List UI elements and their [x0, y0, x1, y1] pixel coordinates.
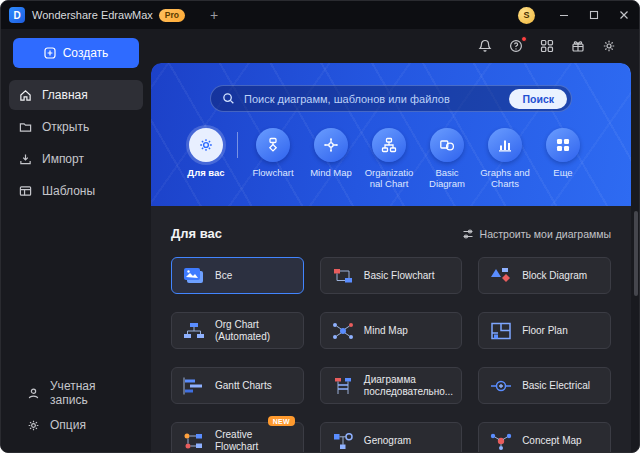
minimize-button[interactable] [549, 1, 579, 29]
basic-flowchart-icon [331, 266, 355, 286]
home-icon [19, 89, 32, 102]
banner: Поиск Для вас Flowchart [151, 63, 631, 206]
card-label: Creative Flowchart [215, 429, 295, 453]
scrollbar-thumb[interactable] [634, 211, 638, 296]
mind-map-icon [314, 128, 348, 162]
sidebar-item-open[interactable]: Открыть [9, 112, 143, 142]
customize-diagrams-button[interactable]: Настроить мои диаграммы [462, 228, 611, 240]
template-card-mind-map[interactable]: Mind Map [320, 312, 462, 349]
template-card-block-diagram[interactable]: Block Diagram [478, 257, 611, 294]
sidebar-item-import[interactable]: Импорт [9, 144, 143, 174]
org-chart-auto-icon [182, 321, 206, 341]
category-basic-diagram[interactable]: Basic Diagram [418, 128, 476, 190]
card-label: Org Chart (Automated) [215, 319, 295, 343]
search-button[interactable]: Поиск [509, 89, 567, 109]
card-label: Genogram [364, 435, 411, 447]
sliders-icon [462, 228, 474, 240]
app-window: D Wondershare EdrawMax Pro + S Создать Г… [0, 0, 640, 453]
search-icon [222, 92, 235, 105]
sidebar-item-account[interactable]: Учетная запись [17, 378, 135, 408]
template-grid: Все Basic Flowchart Block Diagram Org Ch… [151, 257, 631, 452]
sidebar-item-label: Учетная запись [50, 379, 125, 407]
help-icon[interactable] [508, 38, 524, 54]
card-label: Floor Plan [522, 325, 568, 337]
create-button-label: Создать [63, 46, 109, 60]
sidebar: Создать Главная Открыть Импорт Шаблоны У… [1, 29, 151, 452]
category-label: Mind Map [310, 168, 352, 179]
category-row: Для вас Flowchart Mind Map [151, 128, 631, 190]
basic-electrical-icon [489, 376, 513, 396]
template-card-creative-flowchart[interactable]: NEW Creative Flowchart [171, 422, 304, 452]
template-card-org-chart[interactable]: Org Chart (Automated) [171, 312, 304, 349]
card-label: Basic Flowchart [364, 270, 435, 282]
category-label: Organizatio nal Chart [365, 168, 414, 190]
template-card-floor-plan[interactable]: Floor Plan [478, 312, 611, 349]
category-mind-map[interactable]: Mind Map [302, 128, 360, 179]
search-input[interactable] [242, 92, 509, 106]
template-card-concept-map[interactable]: Concept Map [478, 422, 611, 452]
card-label: Mind Map [364, 325, 408, 337]
category-org-chart[interactable]: Organizatio nal Chart [360, 128, 418, 190]
template-card-genogram[interactable]: Genogram [320, 422, 462, 452]
help-badge [521, 36, 527, 42]
notification-bell-icon[interactable] [477, 38, 493, 54]
template-card-all[interactable]: Все [171, 257, 304, 294]
sidebar-item-label: Открыть [42, 120, 89, 134]
gift-icon[interactable] [570, 38, 586, 54]
sidebar-item-label: Опция [50, 418, 86, 432]
for-you-gear-icon [189, 128, 223, 162]
section-title: Для вас [171, 226, 222, 241]
customize-label: Настроить мои диаграммы [480, 228, 611, 240]
card-label: Диаграмма последовательно... [364, 374, 453, 398]
maximize-button[interactable] [579, 1, 609, 29]
template-card-sequence-diagram[interactable]: Диаграмма последовательно... [320, 367, 462, 404]
sidebar-item-templates[interactable]: Шаблоны [9, 176, 143, 206]
basic-diagram-icon [430, 128, 464, 162]
genogram-icon [331, 431, 355, 451]
main-panel: Поиск Для вас Flowchart [151, 63, 631, 452]
section-header: Для вас Настроить мои диаграммы [151, 206, 631, 257]
card-label: Gantt Charts [215, 380, 272, 392]
sidebar-item-options[interactable]: Опция [17, 410, 135, 440]
category-graphs-charts[interactable]: Graphs and Charts [476, 128, 534, 190]
mind-map-card-icon [331, 321, 355, 341]
header-icons [151, 29, 639, 63]
account-icon [27, 387, 40, 400]
new-tab-button[interactable]: + [203, 5, 225, 25]
category-more[interactable]: Еще [534, 128, 592, 179]
concept-map-icon [489, 431, 513, 451]
templates-icon [19, 185, 32, 198]
template-card-gantt-charts[interactable]: Gantt Charts [171, 367, 304, 404]
settings-gear-icon[interactable] [601, 38, 617, 54]
import-icon [19, 153, 32, 166]
folder-icon [19, 121, 32, 134]
user-avatar[interactable]: S [518, 7, 535, 24]
close-button[interactable] [609, 1, 639, 29]
new-badge: NEW [268, 416, 295, 426]
apps-grid-icon[interactable] [539, 38, 555, 54]
template-card-basic-flowchart[interactable]: Basic Flowchart [320, 257, 462, 294]
category-divider [237, 132, 238, 158]
card-label: Basic Electrical [522, 380, 590, 392]
card-label: Все [215, 270, 232, 282]
category-for-you[interactable]: Для вас [177, 128, 235, 179]
create-button[interactable]: Создать [13, 38, 139, 68]
category-label: Graphs and Charts [476, 168, 534, 190]
category-label: Flowchart [252, 168, 293, 179]
search-bar[interactable]: Поиск [210, 85, 572, 112]
sidebar-item-home[interactable]: Главная [9, 80, 143, 110]
card-label: Concept Map [522, 435, 581, 447]
category-flowchart[interactable]: Flowchart [244, 128, 302, 179]
template-card-basic-electrical[interactable]: Basic Electrical [478, 367, 611, 404]
more-grid-icon [546, 128, 580, 162]
options-gear-icon [27, 419, 40, 432]
graphs-charts-icon [488, 128, 522, 162]
window-title: Wondershare EdrawMax [32, 9, 153, 21]
edrawmax-logo-icon: D [9, 7, 25, 23]
category-label: Для вас [187, 168, 224, 179]
sidebar-item-label: Импорт [42, 152, 84, 166]
org-chart-icon [372, 128, 406, 162]
sidebar-item-label: Шаблоны [42, 184, 95, 198]
titlebar: D Wondershare EdrawMax Pro + S [1, 1, 639, 29]
creative-flowchart-icon [182, 431, 206, 451]
